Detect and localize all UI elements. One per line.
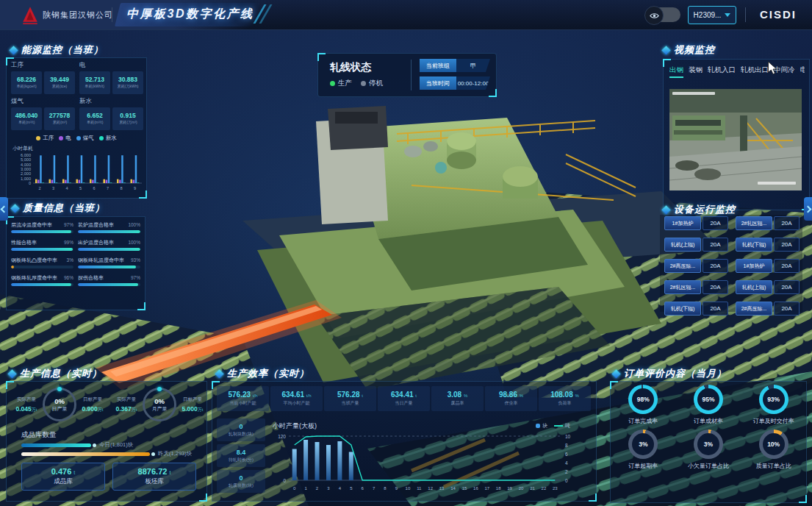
panel-collapse-right[interactable]: [804, 197, 812, 221]
diamond-icon: [611, 369, 621, 379]
equipment-current: 20A: [703, 216, 728, 230]
stock-value: 8876.72 t: [138, 467, 171, 476]
gauge-target-label: 目标产量: [179, 396, 206, 403]
video-tab-轧机出口[interactable]: 轧机出口: [741, 65, 769, 78]
energy-panel: 工序 68.226 单耗(kgce/t) 39.449 累耗(tce) 电 52…: [6, 57, 147, 199]
svg-text:8: 8: [565, 443, 568, 448]
equipment-grid: 1#加热炉 20A 2#轧区辊... 20A 轧机(上辊) 20A 轧机(下辊)…: [664, 216, 800, 316]
energy-group-name: 电: [79, 61, 143, 70]
stat-value: 98.86 %: [499, 391, 523, 399]
quality-panel: 层流冷温度命中率 97% 装炉温度合格率 100% 性能合格率 99% 出炉温度…: [6, 216, 145, 310]
donut-value: 95%: [702, 396, 714, 403]
stat-label: 作业率: [505, 400, 518, 407]
quality-label: 钢板终轧温度命中率: [78, 257, 124, 264]
visibility-toggle[interactable]: [645, 7, 680, 22]
quality-panel-title: 质量信息（当班）: [12, 202, 105, 215]
banner-value: 00:00-12:00: [456, 76, 490, 90]
efficiency-panel: 576.23 t/h 当前小时产能 634.61 t/h 平均小时产能 576.…: [212, 381, 597, 502]
donut-value: 10%: [767, 441, 780, 448]
efficiency-stat: 576.23 t/h 当前小时产能: [217, 386, 269, 411]
metric-label: 单耗(m³/t): [18, 120, 35, 126]
metric-value: 6.652: [87, 112, 102, 119]
stat-label: 当前小时产能: [230, 400, 256, 407]
order-donut-cell: 95% 订单成材率: [676, 385, 741, 425]
svg-text:17: 17: [484, 486, 489, 491]
header-divider: [112, 7, 112, 22]
line-status-title: 轧线状态: [330, 61, 371, 74]
equipment-name: 轧机(上辊): [664, 238, 701, 252]
production-gauge: 实际产量 0.045万t 0% 日产量 目标产量 0.900万t: [12, 388, 107, 421]
equipment-item: 1#加热炉 20A: [736, 259, 800, 273]
stock-bar-label: 昨天(1,293)块: [158, 450, 192, 457]
energy-metric: 68.226 单耗(kgce/t): [11, 71, 42, 94]
equipment-current: 20A: [703, 302, 728, 316]
energy-hourly-chart: 6,0005,0004,0003,0002,0001,000023456789: [8, 151, 145, 196]
panel-collapse-left[interactable]: [0, 197, 8, 221]
device-dropdown-value: H2309...: [694, 11, 722, 19]
diamond-icon: [661, 205, 671, 215]
order-donut: 95%: [694, 385, 723, 414]
video-tab-轧机入口[interactable]: 轧机入口: [708, 65, 736, 78]
device-dropdown[interactable]: H2309...: [688, 6, 736, 24]
quality-bar: [11, 248, 73, 251]
svg-text:8: 8: [384, 486, 387, 491]
equipment-current: 20A: [774, 238, 800, 252]
video-tab-装钢[interactable]: 装钢: [689, 65, 703, 78]
svg-text:9: 9: [134, 186, 136, 190]
stock-label: 成品库: [54, 477, 73, 486]
quality-bar: [11, 266, 73, 268]
efficiency-panel-title: 生产效率（实时）: [216, 367, 309, 380]
svg-text:5,000: 5,000: [21, 157, 31, 162]
order-donut: 3%: [694, 430, 723, 459]
quality-value: 97%: [64, 222, 73, 227]
stat-value: 8.4: [237, 449, 246, 456]
legend-dot: [76, 136, 81, 140]
quality-item: 钢板终轧凸度命中率 3%: [11, 257, 73, 268]
energy-metric: 6.652 单耗(m³/t): [79, 107, 110, 130]
order-donut-cell: 98% 订单完成率: [611, 385, 676, 425]
orders-panel: 98% 订单完成率 95% 订单成材率 93% 订单及时交付率 3% 订单超期率…: [610, 381, 807, 503]
equipment-name: 轧机(下辊): [664, 302, 701, 316]
video-tabs: 出钢装钢轧机入口轧机出口中间冷电加热: [669, 65, 805, 78]
diamond-icon: [215, 369, 224, 379]
legend-dot: [36, 136, 40, 140]
equipment-name: 2#高压除...: [664, 259, 701, 273]
gauge-name: 日产量: [52, 405, 68, 413]
quality-bar: [11, 230, 73, 233]
efficiency-stat: 98.86 % 作业率: [485, 386, 537, 411]
gauge-ring: 0% 日产量: [43, 388, 76, 421]
stat-value: 634.61 t/h: [281, 391, 311, 399]
stock-bar: 昨天(1,293)块: [21, 449, 201, 458]
cctv-video-frame[interactable]: [669, 89, 802, 190]
svg-text:1: 1: [304, 486, 307, 491]
legend-item: 电: [59, 135, 71, 142]
energy-metric: 52.713 单耗(kWh/t): [79, 71, 110, 94]
status-banner: 当班时间 00:00-12:00: [420, 76, 490, 90]
diamond-icon: [7, 369, 17, 379]
quality-bar: [78, 230, 140, 233]
svg-text:10: 10: [406, 486, 411, 491]
production-panel: 实际产量 0.045万t 0% 日产量 目标产量 0.900万t 实际产量 0.…: [6, 381, 207, 502]
production-gauge: 实际产量 0.367万t 0% 月产量 目标产量 5.000万t: [112, 388, 206, 421]
energy-metric: 277578 累耗(m³): [44, 107, 75, 130]
gauge-name: 月产量: [152, 405, 168, 413]
svg-text:6: 6: [93, 186, 95, 190]
energy-metric: 30.883 累耗(万kWh): [112, 71, 143, 94]
stock-bar: 今日(1,801)块: [21, 441, 201, 449]
video-tab-出钢[interactable]: 出钢: [669, 65, 683, 78]
video-tab-电加热[interactable]: 电加热: [800, 65, 805, 78]
stat-label: 平均小时产能: [284, 400, 310, 407]
status-dot: [361, 81, 366, 86]
quality-label: 层流冷温度命中率: [11, 221, 52, 229]
stock-box: 0.476 t 成品库: [21, 463, 105, 491]
banner-label: 当班时间: [420, 76, 456, 90]
quality-item: 钢板终轧温度命中率 93%: [78, 257, 140, 268]
svg-text:11: 11: [417, 486, 422, 491]
svg-text:21: 21: [530, 486, 535, 491]
stat-label: 当班产量: [342, 400, 359, 407]
svg-text:7: 7: [373, 486, 376, 491]
quality-value: 3%: [67, 257, 73, 263]
metric-label: 单耗(kWh/t): [85, 84, 105, 90]
metric-label: 单耗(m³/t): [87, 120, 103, 126]
stock-box: 8876.72 t 板坯库: [112, 463, 196, 491]
